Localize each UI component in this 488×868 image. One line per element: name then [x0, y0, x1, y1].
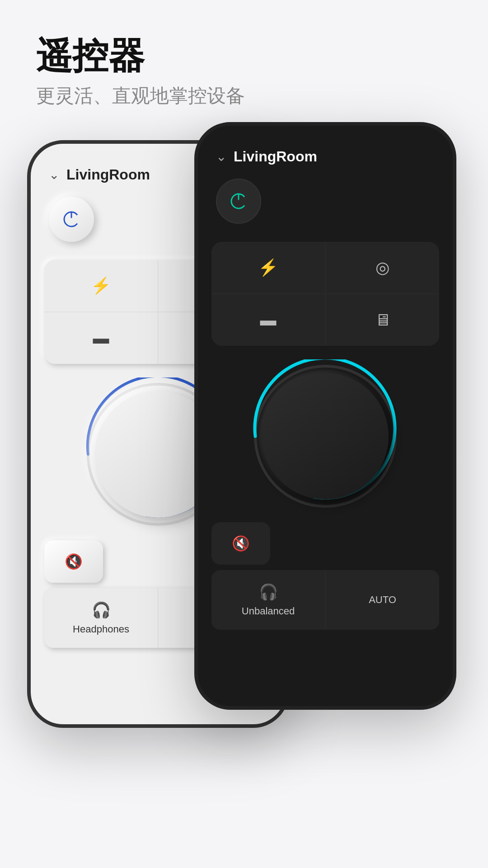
mute-button-light[interactable]: 🔇: [44, 540, 103, 583]
hdmi-icon-light: ▬: [93, 329, 109, 348]
input-hdmi-light[interactable]: ▬: [44, 312, 158, 364]
room-name-dark: LivingRoom: [234, 148, 317, 165]
headphones-icon-light: 🎧: [92, 601, 111, 619]
volume-knob-dark[interactable]: [249, 359, 402, 513]
output-headphones-light[interactable]: 🎧 Headphones: [44, 588, 158, 648]
page-title: 遥控器: [36, 36, 452, 76]
disc-icon-dark: ◎: [375, 258, 389, 277]
input-disc-dark[interactable]: ◎: [326, 242, 439, 293]
input-display-dark[interactable]: 🖥: [326, 294, 439, 346]
power-icon-light: [61, 208, 82, 230]
usb-icon-dark: ⚡: [258, 258, 278, 277]
chevron-down-icon-light[interactable]: ⌄: [49, 167, 59, 182]
knob-body-dark[interactable]: [262, 373, 389, 500]
header: 遥控器 更灵活、直观地掌控设备: [0, 0, 488, 127]
phones-showcase: ⌄ LivingRoom ⚡ ◎: [0, 122, 488, 868]
power-icon-dark: [228, 190, 249, 212]
room-name-light: LivingRoom: [66, 166, 150, 183]
display-icon-dark: 🖥: [375, 311, 391, 330]
input-grid-dark: ⚡ ◎ ▬ 🖥: [211, 242, 439, 346]
mute-icon-dark: 🔇: [232, 535, 250, 552]
input-hdmi-dark[interactable]: ▬: [211, 294, 325, 346]
knob-section-dark: [198, 355, 453, 518]
phone-dark: ⌄ LivingRoom ⚡ ◎: [194, 122, 456, 710]
chevron-down-icon-dark[interactable]: ⌄: [216, 149, 226, 164]
mute-section-dark: 🔇: [211, 522, 439, 565]
output-section-dark: 🎧 Unbalanced AUTO: [211, 570, 439, 630]
input-usb-light[interactable]: ⚡: [44, 260, 158, 311]
input-usb-dark[interactable]: ⚡: [211, 242, 325, 293]
output-auto-dark[interactable]: AUTO: [326, 570, 439, 630]
auto-label-dark: AUTO: [369, 594, 396, 606]
mute-icon-light: 🔇: [65, 553, 83, 570]
headphones-icon-dark: 🎧: [259, 583, 278, 601]
output-unbalanced-dark[interactable]: 🎧 Unbalanced: [211, 570, 325, 630]
hdmi-icon-dark: ▬: [260, 311, 277, 330]
usb-icon-light: ⚡: [91, 276, 111, 295]
phone-dark-screen: ⌄ LivingRoom ⚡ ◎: [198, 126, 453, 706]
mute-button-dark[interactable]: 🔇: [211, 522, 270, 565]
headphones-label-light: Headphones: [73, 623, 129, 635]
page-subtitle: 更灵活、直观地掌控设备: [36, 83, 452, 108]
unbalanced-label-dark: Unbalanced: [242, 605, 295, 617]
power-section-dark: [198, 174, 453, 233]
power-button-light[interactable]: [49, 197, 94, 242]
power-button-dark[interactable]: [216, 179, 261, 224]
